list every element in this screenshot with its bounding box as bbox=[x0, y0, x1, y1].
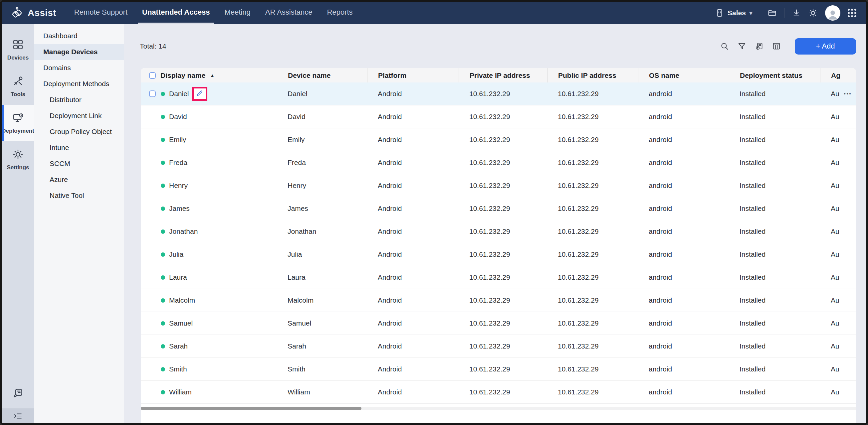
feedback-button[interactable] bbox=[2, 388, 34, 398]
column-header-os-name[interactable]: OS name bbox=[638, 68, 729, 83]
table-row[interactable]: HenryHenryAndroid10.61.232.2910.61.232.2… bbox=[141, 174, 856, 197]
department-selector[interactable]: Sales ▾ bbox=[715, 8, 752, 18]
rail-item-deployment[interactable]: Deployment bbox=[2, 105, 34, 141]
cell-value: android bbox=[649, 365, 672, 373]
select-all-checkbox[interactable] bbox=[149, 72, 156, 79]
table-row[interactable]: JonathanJonathanAndroid10.61.232.2910.61… bbox=[141, 220, 856, 243]
table-row[interactable]: LauraLauraAndroid10.61.232.2910.61.232.2… bbox=[141, 266, 856, 289]
apps-grid-icon[interactable] bbox=[848, 9, 856, 17]
avatar[interactable] bbox=[825, 5, 840, 21]
top-tab-meeting[interactable]: Meeting bbox=[220, 2, 254, 24]
table-toolbar: Total: 14 bbox=[140, 37, 856, 56]
sidebar-item-azure[interactable]: Azure bbox=[34, 172, 124, 188]
column-header-private-ip-address[interactable]: Private IP address bbox=[459, 68, 547, 83]
table-row[interactable]: DavidDavidAndroid10.61.232.2910.61.232.2… bbox=[141, 105, 856, 128]
public-ip-cell: 10.61.232.29 bbox=[547, 312, 638, 334]
row-select-cell bbox=[141, 220, 158, 243]
agent-version-value: Au bbox=[831, 388, 839, 396]
table-row[interactable]: EmilyEmilyAndroid10.61.232.2910.61.232.2… bbox=[141, 128, 856, 151]
column-header-label: Platform bbox=[378, 71, 406, 79]
agent-version-value: Au bbox=[831, 136, 839, 144]
sidebar-item-deployment-link[interactable]: Deployment Link bbox=[34, 108, 124, 124]
column-header-ag[interactable]: Ag bbox=[820, 68, 856, 83]
sidebar-item-domains[interactable]: Domains bbox=[34, 60, 124, 76]
sidebar-item-sccm[interactable]: SCCM bbox=[34, 156, 124, 172]
deployment-status-cell: Installed bbox=[729, 335, 820, 358]
table-row[interactable]: SarahSarahAndroid10.61.232.2910.61.232.2… bbox=[141, 335, 856, 358]
table-row[interactable]: WilliamWilliamAndroid10.61.232.2910.61.2… bbox=[141, 381, 856, 404]
rail-item-settings[interactable]: Settings bbox=[2, 141, 34, 178]
cell-value: 10.61.232.29 bbox=[558, 159, 599, 167]
online-status-dot bbox=[161, 229, 165, 234]
cell-value: 10.61.232.29 bbox=[558, 113, 599, 121]
search-button[interactable] bbox=[720, 42, 729, 51]
top-tab-reports[interactable]: Reports bbox=[323, 2, 357, 24]
display-name-cell: Smith bbox=[158, 358, 277, 381]
devices-grid-icon bbox=[12, 39, 24, 52]
device-name-cell: Laura bbox=[277, 266, 367, 289]
sidebar-item-deployment-methods[interactable]: Deployment Methods bbox=[34, 76, 124, 92]
settings-button[interactable] bbox=[808, 8, 818, 18]
scrollbar-thumb[interactable] bbox=[141, 407, 362, 410]
top-tab-unattended-access[interactable]: Unattended Access bbox=[138, 2, 214, 24]
column-header-display-name[interactable]: Display name▲ bbox=[158, 68, 277, 83]
top-tab-remote-support[interactable]: Remote Support bbox=[70, 2, 131, 24]
sidebar-item-group-policy-object[interactable]: Group Policy Object bbox=[34, 124, 124, 140]
column-header-public-ip-address[interactable]: Public IP address bbox=[547, 68, 638, 83]
add-device-button[interactable]: + Add bbox=[795, 38, 856, 55]
private-ip-cell: 10.61.232.29 bbox=[459, 151, 547, 174]
sidebar-item-native-tool[interactable]: Native Tool bbox=[34, 188, 124, 203]
table-row[interactable]: MalcolmMalcolmAndroid10.61.232.2910.61.2… bbox=[141, 289, 856, 312]
edit-name-annotation[interactable] bbox=[192, 87, 207, 101]
agent-version-value: Au bbox=[831, 227, 839, 235]
row-select-cell bbox=[141, 105, 158, 128]
top-tab-ar-assistance[interactable]: AR Assistance bbox=[261, 2, 316, 24]
sidebar-item-dashboard[interactable]: Dashboard bbox=[34, 28, 124, 44]
export-button[interactable] bbox=[755, 42, 764, 51]
cell-value: 10.61.232.29 bbox=[558, 273, 599, 281]
private-ip-cell: 10.61.232.29 bbox=[459, 266, 547, 289]
row-checkbox[interactable] bbox=[149, 91, 156, 97]
cell-value: David bbox=[287, 113, 306, 121]
manage-columns-button[interactable] bbox=[772, 42, 781, 51]
platform-cell: Android bbox=[367, 128, 459, 151]
edit-pencil-icon[interactable] bbox=[196, 90, 204, 98]
cell-value: android bbox=[649, 251, 672, 258]
rail-item-devices[interactable]: Devices bbox=[2, 32, 34, 68]
table-row[interactable]: JamesJamesAndroid10.61.232.2910.61.232.2… bbox=[141, 197, 856, 220]
table-row[interactable]: JuliaJuliaAndroid10.61.232.2910.61.232.2… bbox=[141, 243, 856, 266]
table-row[interactable]: DanielDanielAndroid10.61.232.2910.61.232… bbox=[141, 83, 856, 105]
deployment-status-cell: Installed bbox=[729, 358, 820, 381]
device-name-cell: Jonathan bbox=[277, 220, 367, 243]
download-button[interactable] bbox=[792, 8, 801, 18]
filter-button[interactable] bbox=[738, 42, 746, 51]
sidebar-item-distributor[interactable]: Distributor bbox=[34, 92, 124, 108]
public-ip-cell: 10.61.232.29 bbox=[547, 197, 638, 220]
table-row[interactable]: SmithSmithAndroid10.61.232.2910.61.232.2… bbox=[141, 358, 856, 381]
table-row[interactable]: FredaFredaAndroid10.61.232.2910.61.232.2… bbox=[141, 151, 856, 174]
os-name-cell: android bbox=[638, 174, 729, 197]
display-name: Smith bbox=[169, 365, 187, 373]
sidebar-item-intune[interactable]: Intune bbox=[34, 140, 124, 156]
row-more-menu[interactable]: ••• bbox=[844, 91, 852, 96]
display-name-cell: Julia bbox=[158, 243, 277, 266]
cell-value: Installed bbox=[740, 319, 766, 327]
horizontal-scrollbar[interactable] bbox=[141, 407, 856, 410]
cell-value: Laura bbox=[287, 273, 306, 281]
brand[interactable]: Assist bbox=[2, 2, 56, 24]
left-rail: DevicesToolsDeploymentSettings bbox=[2, 24, 34, 423]
column-header-deployment-status[interactable]: Deployment status bbox=[729, 68, 820, 83]
collapse-sidebar-button[interactable] bbox=[2, 408, 34, 423]
column-header-platform[interactable]: Platform bbox=[367, 68, 459, 83]
os-name-cell: android bbox=[638, 128, 729, 151]
folder-button[interactable] bbox=[768, 8, 777, 18]
sidebar-item-manage-devices[interactable]: Manage Devices bbox=[34, 44, 124, 60]
column-header-device-name[interactable]: Device name bbox=[277, 68, 367, 83]
platform-cell: Android bbox=[367, 312, 459, 334]
rail-item-tools[interactable]: Tools bbox=[2, 68, 34, 105]
table-row[interactable]: SamuelSamuelAndroid10.61.232.2910.61.232… bbox=[141, 312, 856, 335]
platform-cell: Android bbox=[367, 83, 459, 105]
device-name-cell: Daniel bbox=[277, 83, 367, 105]
topbar: Assist Remote SupportUnattended AccessMe… bbox=[2, 2, 866, 24]
column-header-label: OS name bbox=[649, 71, 679, 79]
